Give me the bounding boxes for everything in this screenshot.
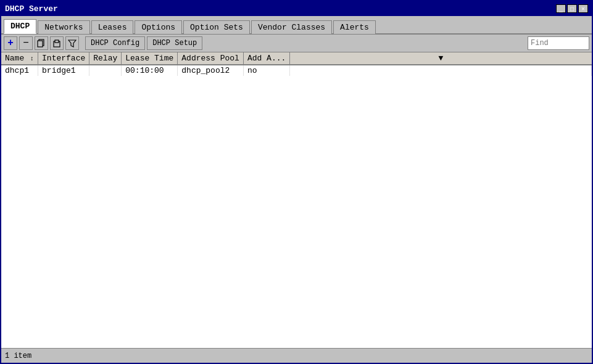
svg-rect-1 xyxy=(38,41,43,47)
remove-button[interactable]: − xyxy=(19,36,33,50)
col-dropdown[interactable]: ▼ xyxy=(290,52,592,65)
tab-option-sets[interactable]: Option Sets xyxy=(183,20,250,34)
col-header-relay[interactable]: Relay xyxy=(89,52,122,65)
cell-lease-time: 00:10:00 xyxy=(122,65,178,76)
dhcp-setup-button[interactable]: DHCP Setup xyxy=(147,36,202,50)
svg-rect-3 xyxy=(55,40,59,43)
main-window: DHCP Server _ □ × DHCP Networks Leases O… xyxy=(0,0,593,364)
cell-name: dhcp1 xyxy=(1,65,38,76)
cell-address-pool: dhcp_pool2 xyxy=(178,65,244,76)
tab-options[interactable]: Options xyxy=(135,20,182,34)
table-container: Name ↕ Interface Relay Lease Time Addres… xyxy=(1,52,592,348)
svg-marker-4 xyxy=(68,40,76,47)
tab-alerts[interactable]: Alerts xyxy=(333,20,376,34)
status-bar: 1 item xyxy=(1,348,592,363)
paste-button[interactable] xyxy=(50,36,64,50)
col-header-address-pool[interactable]: Address Pool xyxy=(178,52,244,65)
add-button[interactable]: + xyxy=(4,36,17,50)
find-input[interactable] xyxy=(528,36,589,50)
toolbar: + − DHCP Config DHCP Setup xyxy=(1,35,592,52)
col-header-name[interactable]: Name ↕ xyxy=(1,52,38,65)
col-header-add-a[interactable]: Add A... xyxy=(243,52,289,65)
title-bar-controls: _ □ × xyxy=(556,4,588,13)
tab-networks[interactable]: Networks xyxy=(38,20,89,34)
title-bar: DHCP Server _ □ × xyxy=(1,1,592,16)
dhcp-config-button[interactable]: DHCP Config xyxy=(85,36,145,50)
sort-arrow-name: ↕ xyxy=(30,56,34,62)
tab-bar: DHCP Networks Leases Options Option Sets… xyxy=(1,16,592,35)
cell-add-a: no xyxy=(243,65,289,76)
close-button[interactable]: × xyxy=(578,4,588,13)
minimize-button[interactable]: _ xyxy=(556,4,566,13)
cell-interface: bridge1 xyxy=(38,65,89,76)
cell-dropdown-empty xyxy=(290,65,592,76)
col-header-interface[interactable]: Interface xyxy=(38,52,89,65)
window-title: DHCP Server xyxy=(5,4,58,14)
tab-vendor-classes[interactable]: Vendor Classes xyxy=(251,20,332,34)
status-text: 1 item xyxy=(5,352,31,360)
filter-button[interactable] xyxy=(65,36,79,50)
cell-relay xyxy=(89,65,122,76)
filter-icon xyxy=(68,39,77,48)
tab-dhcp[interactable]: DHCP xyxy=(4,19,36,34)
table-row[interactable]: dhcp1 bridge1 00:10:00 dhcp_pool2 no xyxy=(1,65,592,76)
copy-icon xyxy=(37,39,46,48)
table-header-row: Name ↕ Interface Relay Lease Time Addres… xyxy=(1,52,592,65)
col-header-lease-time[interactable]: Lease Time xyxy=(122,52,178,65)
maximize-button[interactable]: □ xyxy=(567,4,577,13)
paste-icon xyxy=(52,39,61,48)
tab-leases[interactable]: Leases xyxy=(91,20,134,34)
dhcp-table: Name ↕ Interface Relay Lease Time Addres… xyxy=(1,52,592,76)
copy-button[interactable] xyxy=(35,36,48,50)
